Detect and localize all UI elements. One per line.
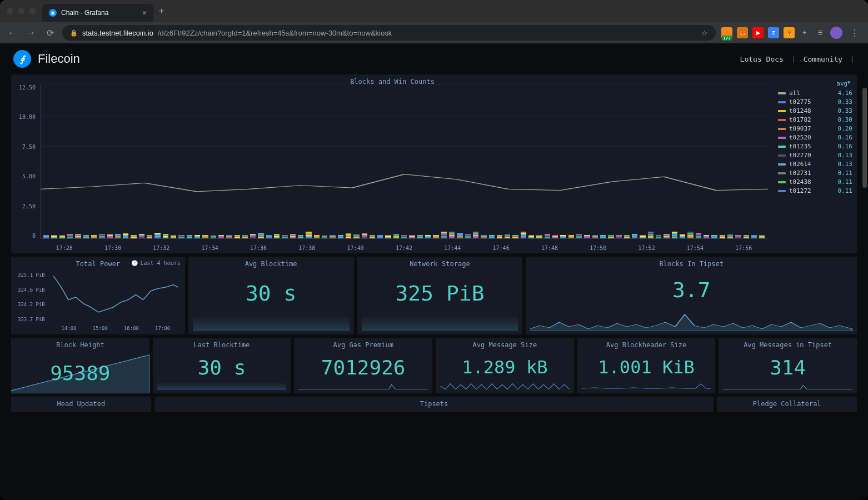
bar[interactable] (43, 235, 49, 238)
bar[interactable] (592, 235, 598, 238)
bar[interactable] (393, 234, 399, 238)
bar[interactable] (115, 234, 121, 238)
extension-icon[interactable]: 🦊 (737, 27, 748, 38)
close-tab-icon[interactable]: × (142, 8, 147, 17)
bar[interactable] (235, 235, 240, 238)
panel-avg-gas-premium[interactable]: Avg Gas Premium 7012926 (294, 338, 432, 393)
bar[interactable] (266, 235, 272, 238)
panel-last-blocktime[interactable]: Last Blocktime 30 s (153, 338, 291, 393)
panel-pledge-collateral[interactable]: Pledge Collateral (717, 397, 857, 412)
extension-icon[interactable]: ▶ (752, 27, 764, 38)
panel-total-power[interactable]: Total Power 🕐Last 4 hours 325.1 PiB324.6… (11, 257, 185, 334)
bar[interactable] (83, 235, 89, 238)
bar[interactable] (178, 235, 184, 238)
bar[interactable] (489, 235, 495, 238)
bar[interactable] (624, 235, 630, 238)
bar[interactable] (226, 235, 232, 238)
bar[interactable] (211, 235, 216, 238)
bar[interactable] (123, 233, 128, 238)
legend-item[interactable]: t012480.33 (778, 107, 852, 114)
bar[interactable] (401, 235, 407, 238)
panel-avg-blocktime[interactable]: Avg Blocktime 30 s (188, 257, 354, 334)
panel-blocks-win-counts[interactable]: Blocks and Win Counts 12.5010.007.505.00… (11, 74, 857, 253)
bar[interactable] (385, 235, 391, 238)
panel-network-storage[interactable]: Network Storage 325 PiB (357, 257, 523, 334)
browser-tab[interactable]: ◉ Chain - Grafana × (42, 4, 153, 22)
bar[interactable] (322, 235, 327, 238)
bar[interactable] (497, 235, 502, 238)
bar[interactable] (704, 235, 709, 238)
bar[interactable] (274, 234, 280, 238)
extension-metamask-icon[interactable]: 177 (721, 27, 732, 38)
bar[interactable] (353, 234, 359, 238)
bar[interactable] (720, 235, 725, 238)
bar[interactable] (759, 235, 765, 238)
bar[interactable] (218, 235, 224, 238)
bar[interactable] (290, 234, 296, 238)
panel-head-updated[interactable]: Head Updated (11, 397, 151, 412)
bar[interactable] (680, 234, 685, 238)
legend-item[interactable]: t026140.13 (778, 161, 852, 168)
bar[interactable] (131, 235, 136, 238)
bar[interactable] (362, 233, 367, 238)
bar[interactable] (154, 233, 160, 238)
bar[interactable] (632, 234, 637, 238)
bar[interactable] (536, 235, 542, 238)
bar[interactable] (672, 232, 677, 238)
bar[interactable] (521, 232, 526, 238)
bar[interactable] (330, 235, 335, 238)
legend-item[interactable]: t017820.30 (778, 116, 852, 123)
new-tab-button[interactable]: + (159, 6, 164, 16)
legend-item[interactable]: t012350.16 (778, 143, 852, 150)
legend-item[interactable]: t027310.11 (778, 169, 852, 177)
bar[interactable] (298, 235, 303, 238)
bar[interactable] (433, 235, 438, 238)
legend-item[interactable]: t012720.11 (778, 187, 852, 194)
panel-avg-blockheader-size[interactable]: Avg Blockheader Size 1.001 KiB (577, 338, 716, 393)
bar[interactable] (377, 235, 383, 238)
bar[interactable] (560, 235, 566, 238)
extensions-menu-icon[interactable]: ✦ (799, 27, 810, 38)
bar[interactable] (512, 235, 518, 238)
extension-icon[interactable]: 🦊 (784, 27, 795, 38)
bar[interactable] (91, 235, 97, 238)
bar[interactable] (481, 235, 486, 238)
bar[interactable] (711, 235, 717, 238)
bar[interactable] (616, 235, 622, 238)
bar[interactable] (107, 234, 113, 238)
maximize-window-button[interactable] (29, 8, 36, 14)
bar[interactable] (545, 234, 550, 238)
bar[interactable] (608, 235, 613, 238)
bar[interactable] (171, 235, 176, 238)
bar[interactable] (473, 232, 478, 238)
nav-community[interactable]: Community (804, 55, 842, 63)
bar[interactable] (457, 233, 462, 238)
bar[interactable] (99, 234, 104, 238)
bar[interactable] (202, 235, 208, 238)
bar[interactable] (664, 234, 669, 238)
panel-tipsets[interactable]: Tipsets (154, 397, 714, 412)
bar[interactable] (640, 235, 645, 238)
bar[interactable] (187, 235, 192, 238)
bar[interactable] (338, 235, 343, 238)
bookmark-star-icon[interactable]: ☆ (701, 29, 708, 37)
bar[interactable] (409, 235, 415, 238)
bar[interactable] (568, 235, 574, 238)
forward-button[interactable]: → (24, 28, 38, 38)
bar[interactable] (576, 234, 582, 238)
nav-lotus-docs[interactable]: Lotus Docs (740, 55, 784, 63)
close-window-button[interactable] (7, 8, 13, 14)
profile-avatar[interactable] (830, 27, 842, 39)
url-bar[interactable]: 🔒 stats.testnet.filecoin.io/d/z6FtI92Zz/… (62, 25, 716, 41)
bar[interactable] (465, 234, 471, 238)
bar[interactable] (744, 235, 749, 238)
bar[interactable] (51, 235, 57, 238)
bar[interactable] (314, 235, 320, 238)
bar[interactable] (194, 235, 200, 238)
bar[interactable] (139, 234, 144, 238)
bar[interactable] (751, 235, 757, 238)
legend-item[interactable]: t027700.13 (778, 152, 852, 159)
bar[interactable] (600, 235, 606, 238)
bar[interactable] (67, 234, 73, 238)
bar[interactable] (250, 234, 256, 238)
